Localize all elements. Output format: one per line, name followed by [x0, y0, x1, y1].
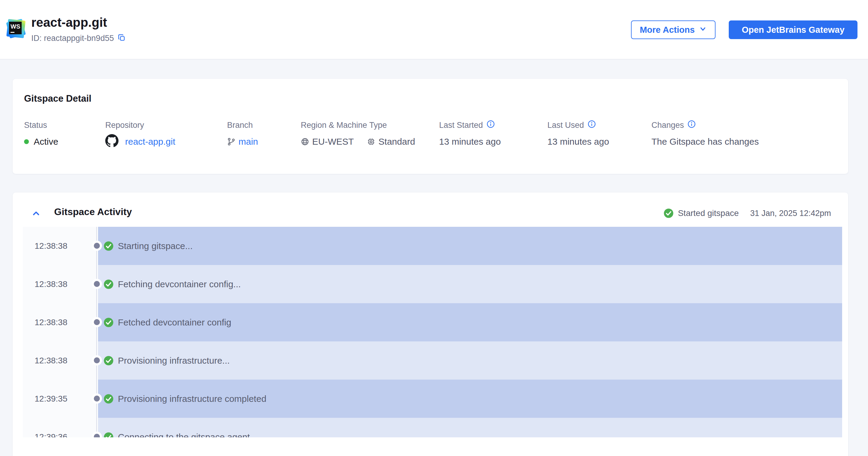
machine-chip-icon: [367, 138, 375, 146]
chevron-down-icon: [699, 25, 707, 35]
field-last-started: Last Started 13 minutes ago: [439, 120, 501, 149]
field-region-machine: Region & Machine Type EU-WEST Standard: [301, 120, 415, 149]
changes-label: Changes: [651, 121, 684, 130]
activity-log-row: 12:38:38 Starting gitspace...: [23, 227, 842, 265]
timeline-track: [96, 227, 97, 437]
activity-card-title: Gitspace Activity: [54, 206, 132, 217]
github-icon: [105, 134, 119, 150]
activity-status-text: Started gitspace: [678, 208, 739, 218]
activity-timestamp: 31 Jan, 2025 12:42pm: [750, 209, 831, 218]
log-row-timestamp: 12:38:38: [23, 341, 98, 379]
log-row-message-cell: Fetching devcontainer config...: [98, 265, 842, 303]
status-label: Status: [24, 120, 58, 130]
field-repository: Repository react-app.git: [105, 120, 175, 149]
webstorm-icon: WS: [7, 19, 25, 38]
timeline-dot-icon: [94, 357, 100, 363]
log-row-timestamp: 12:39:36: [23, 418, 98, 437]
log-row-timestamp: 12:38:38: [23, 227, 98, 265]
status-active-dot: [24, 139, 29, 144]
status-value: Active: [24, 135, 58, 149]
timeline-dot-icon: [94, 319, 100, 325]
last-used-value: 13 minutes ago: [548, 135, 609, 149]
timeline-dot-icon: [94, 243, 100, 249]
field-last-used: Last Used 13 minutes ago: [548, 120, 609, 149]
log-row-message: Fetched devcontainer config: [118, 317, 231, 328]
timeline-dot-icon: [94, 396, 100, 401]
detail-card-title: Gitspace Detail: [24, 93, 91, 104]
success-check-icon: [103, 317, 114, 328]
machine-type-value: Standard: [378, 136, 415, 147]
log-row-message-cell: Starting gitspace...: [98, 227, 842, 265]
chevron-up-icon: [32, 209, 40, 219]
log-row-timestamp: 12:38:38: [23, 303, 98, 341]
activity-log-rows: 12:38:38 Starting gitspace... 12:38:38 F…: [23, 227, 842, 437]
more-actions-button[interactable]: More Actions: [631, 21, 715, 39]
collapse-activity-button[interactable]: [31, 209, 41, 218]
page-title: react-app.git: [31, 16, 107, 29]
log-row-message: Provisioning infrastructure completed: [118, 394, 267, 404]
activity-log-row: 12:39:36 Connecting to the gitspace agen…: [23, 418, 842, 437]
region-value: EU-WEST: [312, 136, 354, 147]
log-row-message: Starting gitspace...: [118, 241, 192, 251]
activity-log-row: 12:39:35 Provisioning infrastructure com…: [23, 379, 842, 418]
info-icon[interactable]: [588, 120, 596, 130]
repository-link[interactable]: react-app.git: [125, 136, 175, 147]
success-check-icon: [103, 394, 114, 404]
log-row-message-cell: Connecting to the gitspace agent...: [98, 418, 842, 437]
changes-value: The Gitspace has changes: [651, 135, 759, 149]
copy-icon: [118, 34, 126, 43]
branch-label: Branch: [227, 120, 258, 130]
gitspace-id: ID: reactappgit-bn9d55: [31, 34, 114, 43]
copy-id-button[interactable]: [118, 34, 126, 43]
info-icon[interactable]: [487, 120, 495, 130]
timeline-dot-icon: [94, 281, 100, 287]
gitspace-detail-card: Gitspace Detail Status Active Repository…: [12, 79, 848, 174]
log-row-message-cell: Provisioning infrastructure completed: [98, 379, 842, 418]
success-check-icon: [663, 208, 674, 218]
field-branch: Branch main: [227, 120, 258, 149]
open-jetbrains-gateway-button[interactable]: Open JetBrains Gateway: [729, 21, 858, 39]
repository-label: Repository: [105, 120, 175, 130]
success-check-icon: [103, 279, 114, 290]
last-started-value: 13 minutes ago: [439, 135, 501, 149]
gitspace-activity-card: Gitspace Activity Started gitspace 31 Ja…: [12, 192, 848, 456]
last-started-label: Last Started: [439, 121, 483, 130]
field-status: Status Active: [24, 120, 58, 149]
log-row-message: Fetching devcontainer config...: [118, 279, 241, 290]
log-row-timestamp: 12:39:35: [23, 379, 98, 418]
activity-log-row: 12:38:38 Fetching devcontainer config...: [23, 265, 842, 303]
git-branch-icon: [227, 138, 236, 146]
success-check-icon: [103, 241, 114, 251]
log-row-timestamp: 12:38:38: [23, 265, 98, 303]
field-changes: Changes The Gitspace has changes: [651, 120, 759, 149]
log-row-message-cell: Fetched devcontainer config: [98, 303, 842, 341]
activity-log[interactable]: 12:38:38 Starting gitspace... 12:38:38 F…: [23, 227, 842, 437]
activity-status-badge: Started gitspace 31 Jan, 2025 12:42pm: [663, 208, 831, 218]
gitspace-id-row: ID: reactappgit-bn9d55: [31, 34, 126, 43]
region-machine-label: Region & Machine Type: [301, 120, 415, 130]
log-row-message: Provisioning infrastructure...: [118, 356, 230, 366]
branch-link[interactable]: main: [239, 136, 258, 147]
success-check-icon: [103, 356, 114, 366]
page-header: WS react-app.git ID: reactappgit-bn9d55 …: [0, 0, 868, 60]
success-check-icon: [103, 432, 114, 438]
activity-log-row: 12:38:38 Provisioning infrastructure...: [23, 341, 842, 379]
activity-log-row: 12:38:38 Fetched devcontainer config: [23, 303, 842, 341]
globe-icon: [301, 138, 309, 146]
info-icon[interactable]: [687, 120, 696, 130]
last-used-label: Last Used: [548, 121, 584, 130]
log-row-message-cell: Provisioning infrastructure...: [98, 341, 842, 379]
log-row-message: Connecting to the gitspace agent...: [118, 432, 257, 438]
